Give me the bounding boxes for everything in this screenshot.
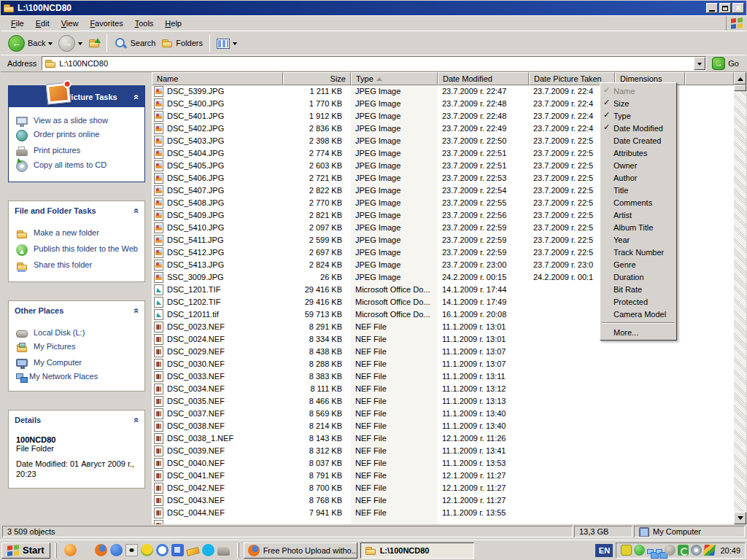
menu-favorites[interactable]: Favorites [84,17,128,30]
back-dropdown-icon[interactable] [48,42,53,47]
search-button[interactable]: Search [111,35,158,51]
menu-edit[interactable]: Edit [30,17,55,30]
task-link-make-a-new-folder[interactable]: Make a new folder [16,226,140,242]
task-link-local-disk-l[interactable]: Local Disk (L:) [16,326,140,340]
column-header-date-modified[interactable]: Date Modified [438,72,529,85]
collapse-chevron-icon[interactable]: « [132,208,139,213]
column-header-type[interactable]: Type [351,72,438,85]
column-header-size[interactable]: Size [283,72,351,85]
taskbar-button-free-photo-upload-witho[interactable]: Free Photo Upload witho... [244,542,357,559]
views-dropdown-icon[interactable] [233,42,237,47]
context-menu-item-camera-model[interactable]: Camera Model [601,308,676,320]
vertical-scrollbar[interactable] [734,72,746,524]
file-row[interactable]: DSC_0044.NEF7 941 KBNEF File11.1.2009 г.… [152,507,734,519]
menu-file[interactable]: File [5,17,30,30]
task-link-order-prints-online[interactable]: Order prints online [16,128,140,144]
menu-tools[interactable]: Tools [129,17,160,30]
context-menu-item-duration[interactable]: Duration [601,271,676,283]
quicktime-icon[interactable] [156,544,169,556]
task-link-my-computer[interactable]: My Computer [16,356,140,370]
context-menu-item-bit-rate[interactable]: Bit Rate [601,283,676,295]
address-dropdown-button[interactable] [694,57,705,70]
file-row[interactable]: DSC_0040.NEF8 037 KBNEF File11.1.2009 г.… [152,457,734,470]
context-menu-item-size[interactable]: ✓Size [601,97,676,109]
context-menu-item-author[interactable]: Author [601,171,676,184]
camera-utility-icon[interactable] [217,547,230,556]
launcher-ball-icon[interactable] [64,544,77,556]
file-row[interactable]: DSC_0043.NEF8 768 KBNEF File12.1.2009 г.… [152,494,734,507]
display-color-icon[interactable] [703,545,716,556]
context-menu-item-owner[interactable]: Owner [601,159,676,171]
sticky-note-icon[interactable] [186,547,200,556]
section-header-file-and-folder-tasks[interactable]: File and Folder Tasks« [9,201,144,219]
file-row[interactable]: DSC_0041.NEF8 791 KBNEF File12.1.2009 г.… [152,470,734,482]
task-link-my-pictures[interactable]: My Pictures [16,340,140,356]
scroll-down-button[interactable] [734,512,746,524]
context-menu-item-date-modified[interactable]: ✓Date Modified [601,122,676,134]
volume-icon[interactable] [665,545,676,556]
close-button[interactable]: × [732,3,744,13]
scroll-up-button[interactable] [734,72,746,85]
firefox-icon[interactable] [95,544,107,556]
skype-icon[interactable] [202,544,214,556]
context-menu-item-attributes[interactable]: Attributes [601,147,676,159]
network-status-2-icon[interactable] [656,549,662,554]
context-menu-item-track-number[interactable]: Track Number [601,246,676,258]
scrollbar-thumb[interactable] [734,85,746,91]
file-row[interactable]: DSC_0029.NEF8 438 KBNEF File11.1.2009 г.… [152,346,734,358]
context-menu-item-comments[interactable]: Comments [601,196,676,209]
file-row[interactable]: DSC_0034.NEF8 111 KBNEF File11.1.2009 г.… [152,383,734,395]
file-row[interactable] [152,519,734,524]
task-link-view-as-a-slide-show[interactable]: View as a slide show [16,114,140,128]
messenger-icon[interactable] [171,544,184,556]
column-header-name[interactable]: Name [152,72,283,85]
quicklaunch-handle[interactable] [55,543,57,558]
keyboard-indicator-icon[interactable] [621,545,632,556]
image-viewer-eye-icon[interactable] [125,544,138,556]
file-row[interactable]: DSC_0038_1.NEF8 143 KBNEF File12.1.2009 … [152,432,734,445]
file-row[interactable]: DSC_0033.NEF8 383 KBNEF File11.1.2009 г.… [152,370,734,383]
collapse-chevron-icon[interactable]: « [132,417,139,422]
go-button[interactable]: → Go [706,57,745,70]
up-button[interactable] [85,36,103,50]
context-menu-item-protected[interactable]: Protected [601,295,676,308]
msn-icon[interactable] [110,544,123,556]
start-button[interactable]: Start [1,542,50,559]
minimize-button[interactable] [706,3,718,13]
icq-icon[interactable] [141,544,153,556]
file-row[interactable]: DSC_0038.NEF8 214 KBNEF File11.1.2009 г.… [152,420,734,432]
file-row[interactable]: DSC_0039.NEF8 312 KBNEF File11.1.2009 г.… [152,445,734,457]
context-menu-item-date-created[interactable]: Date Created [601,134,676,147]
quicklaunch-handle[interactable] [237,543,239,558]
taskbar-button-l-100ncd80[interactable]: L:\100NCD80 [360,542,474,559]
section-header-other-places[interactable]: Other Places« [9,301,144,319]
file-row[interactable]: DSC_0037.NEF8 569 KBNEF File11.1.2009 г.… [152,408,734,420]
context-menu-item-album-title[interactable]: Album Title [601,221,676,233]
title-bar[interactable]: L:\100NCD80 × [1,1,746,15]
language-indicator[interactable]: EN [595,544,613,557]
back-button[interactable]: ← Back [5,34,55,53]
collapse-chevron-icon[interactable]: « [132,94,139,99]
context-menu-item-year[interactable]: Year [601,233,676,246]
bitcomet-icon[interactable] [634,545,645,556]
context-menu-item-name[interactable]: ✓Name [601,85,676,97]
task-link-publish-this-folder-to-the-web[interactable]: Publish this folder to the Web [16,242,140,258]
task-link-copy-all-items-to-cd[interactable]: Copy all items to CD [16,158,140,174]
details-header[interactable]: Details « [9,411,144,429]
context-menu-item-genre[interactable]: Genre [601,258,676,271]
forward-dropdown-icon[interactable] [78,42,82,47]
file-row[interactable]: DSC_0042.NEF8 700 KBNEF File12.1.2009 г.… [152,482,734,494]
context-menu-item-title[interactable]: Title [601,184,676,196]
context-menu-item-artist[interactable]: Artist [601,209,676,221]
context-menu-item-type[interactable]: ✓Type [601,109,676,122]
network-status-icon[interactable] [647,549,654,554]
section-header-picture-tasks[interactable]: Picture Tasks« [9,86,144,107]
views-button[interactable] [214,36,240,50]
collapse-chevron-icon[interactable]: « [132,308,139,313]
task-link-share-this-folder[interactable]: Share this folder [16,258,140,274]
task-link-my-network-places[interactable]: My Network Places [16,370,140,384]
address-input[interactable]: L:\100NCD80 [42,56,706,71]
recycle-green-icon[interactable] [678,545,689,556]
menu-help[interactable]: Help [159,17,187,30]
restore-button[interactable] [719,3,731,13]
